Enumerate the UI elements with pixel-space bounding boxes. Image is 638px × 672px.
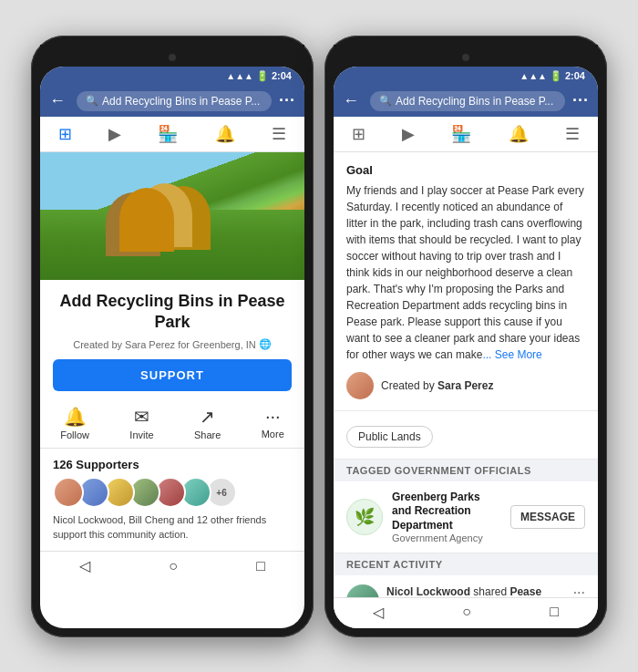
support-button[interactable]: SUPPORT — [53, 359, 292, 391]
time-1: 2:04 — [272, 70, 292, 81]
tab-video-icon[interactable]: ▶ — [108, 124, 121, 144]
message-button[interactable]: MESSAGE — [510, 505, 585, 529]
tab-menu-icon-2[interactable]: ☰ — [565, 124, 580, 144]
activity-avatar — [346, 584, 379, 596]
official-name: Greenberg Parks and Recreation Departmen… — [392, 491, 501, 533]
bottom-back-2[interactable]: ◁ — [373, 604, 384, 621]
search-icon-1: 🔍 — [86, 95, 98, 107]
creator-row: Created by Sara Perez — [346, 372, 585, 399]
action-row: 🔔 Follow ✉ Invite ↗ Share ··· More — [40, 400, 304, 449]
creator-text: Created by Sara Perez — [381, 379, 493, 392]
nav-more-2[interactable]: ··· — [572, 91, 589, 110]
official-type: Government Agency — [392, 532, 501, 543]
time-2: 2:04 — [565, 70, 585, 81]
invite-label: Invite — [129, 429, 153, 440]
bottom-home-2[interactable]: ○ — [462, 604, 471, 620]
bottom-nav-1: ◁ ○ □ — [40, 551, 304, 582]
globe-icon: 🌐 — [259, 338, 272, 350]
tab-home-icon-2[interactable]: ⊞ — [352, 124, 365, 144]
bottom-square-1[interactable]: □ — [256, 558, 265, 574]
petition-created-by: Created by Sara Perez for Greenberg, IN — [73, 339, 256, 350]
search-box-2[interactable]: 🔍 Add Recycling Bins in Pease P... — [370, 91, 565, 111]
share-label: Share — [194, 429, 221, 440]
search-box-1[interactable]: 🔍 Add Recycling Bins in Pease P... — [77, 91, 272, 111]
see-more-link[interactable]: ... See More — [482, 348, 541, 361]
tab-store-icon[interactable]: 🏪 — [158, 124, 178, 144]
goal-title: Goal — [346, 163, 585, 177]
officials-header: Tagged Government Officials — [334, 460, 598, 481]
bottom-back-1[interactable]: ◁ — [79, 557, 90, 574]
tag-public-lands[interactable]: Public Lands — [346, 426, 433, 448]
share-action[interactable]: ↗ Share — [194, 406, 221, 440]
nav-bar-2: ← 🔍 Add Recycling Bins in Pease P... ··· — [334, 86, 598, 117]
search-text-2: Add Recycling Bins in Pease P... — [396, 95, 553, 108]
camera-dot-2 — [462, 54, 469, 61]
status-bar-2: ▲▲▲ 🔋 2:04 — [334, 67, 598, 86]
phone-2: ▲▲▲ 🔋 2:04 ← 🔍 Add Recycling Bins in Pea… — [324, 36, 607, 637]
status-bar-1: ▲▲▲ 🔋 2:04 — [40, 67, 304, 86]
supporters-section: 126 Supporters +6 Nicol Lockwood, Bill C… — [40, 449, 304, 551]
status-right-2: ▲▲▲ 🔋 2:04 — [520, 70, 585, 82]
follow-label: Follow — [60, 429, 89, 440]
nav-more-1[interactable]: ··· — [279, 91, 295, 110]
back-button-1[interactable]: ← — [49, 91, 66, 110]
invite-action[interactable]: ✉ Invite — [129, 406, 153, 440]
nav-bar-1: ← 🔍 Add Recycling Bins in Pease P... ··· — [40, 86, 304, 117]
tag-section: Public Lands — [334, 411, 598, 460]
tab-icons-2: ⊞ ▶ 🏪 🔔 ☰ — [334, 117, 598, 152]
activity-content: Nicol Lockwood shared Pease Park Clean-U… — [386, 584, 566, 596]
bottom-square-2[interactable]: □ — [550, 604, 559, 620]
tab-bell-icon-2[interactable]: 🔔 — [509, 124, 529, 144]
notch-2 — [334, 45, 598, 67]
more-action[interactable]: ··· More — [262, 406, 284, 440]
activity-text: Nicol Lockwood shared Pease Park Clean-U… — [386, 584, 566, 596]
more-icon: ··· — [265, 406, 281, 427]
share-icon: ↗ — [200, 406, 215, 428]
more-label: More — [262, 429, 284, 439]
screen-2: ▲▲▲ 🔋 2:04 ← 🔍 Add Recycling Bins in Pea… — [334, 67, 598, 628]
invite-icon: ✉ — [134, 406, 149, 428]
notch-1 — [40, 45, 304, 67]
avatar-1 — [53, 477, 84, 508]
scroll-content-2[interactable]: Goal My friends and I play soccer at Pea… — [334, 152, 598, 597]
activity-more-icon[interactable]: ··· — [573, 584, 585, 596]
petition-sub: Created by Sara Perez for Greenberg, IN … — [40, 336, 304, 359]
follow-action[interactable]: 🔔 Follow — [60, 406, 89, 440]
supporters-text: Nicol Lockwood, Bill Cheng and 12 other … — [53, 513, 292, 542]
avatar-row: +6 — [53, 477, 292, 508]
tab-bell-icon[interactable]: 🔔 — [215, 124, 235, 144]
petition-title: Add Recycling Bins in Pease Park — [40, 280, 304, 337]
back-button-2[interactable]: ← — [343, 91, 359, 110]
tab-menu-icon[interactable]: ☰ — [272, 124, 286, 144]
search-text-1: Add Recycling Bins in Pease P... — [102, 95, 260, 108]
search-icon-2: 🔍 — [379, 95, 392, 107]
signal-icon-1: ▲▲▲ — [226, 71, 253, 81]
tab-video-icon-2[interactable]: ▶ — [402, 124, 415, 144]
activity-item: Nicol Lockwood shared Pease Park Clean-U… — [334, 575, 598, 596]
phone-1: ▲▲▲ 🔋 2:04 ← 🔍 Add Recycling Bins in Pea… — [31, 36, 314, 637]
bottom-home-1[interactable]: ○ — [169, 558, 178, 574]
goal-section: Goal My friends and I play soccer at Pea… — [334, 152, 598, 411]
official-row: 🌿 Greenberg Parks and Recreation Departm… — [334, 481, 598, 554]
tab-home-icon[interactable]: ⊞ — [58, 124, 72, 144]
official-avatar: 🌿 — [346, 499, 383, 535]
status-right-1: ▲▲▲ 🔋 2:04 — [226, 70, 292, 82]
recent-activity-header: RECENT ACTIVITY — [334, 553, 598, 575]
official-info: Greenberg Parks and Recreation Departmen… — [392, 491, 501, 544]
park-image — [40, 152, 304, 280]
creator-avatar — [346, 372, 374, 399]
signal-icon-2: ▲▲▲ — [520, 71, 547, 81]
supporters-count: 126 Supporters — [53, 458, 292, 471]
battery-icon-1: 🔋 — [256, 70, 269, 82]
goal-text: My friends and I play soccer at Pease Pa… — [346, 182, 585, 363]
bottom-nav-2: ◁ ○ □ — [334, 597, 598, 628]
follow-icon: 🔔 — [64, 406, 87, 428]
camera-dot-1 — [169, 54, 176, 61]
tab-icons-1: ⊞ ▶ 🏪 🔔 ☰ — [40, 117, 304, 152]
screen-1: ▲▲▲ 🔋 2:04 ← 🔍 Add Recycling Bins in Pea… — [40, 67, 304, 628]
phones-container: ▲▲▲ 🔋 2:04 ← 🔍 Add Recycling Bins in Pea… — [31, 36, 607, 637]
tab-store-icon-2[interactable]: 🏪 — [451, 124, 471, 144]
activity-row: Nicol Lockwood shared Pease Park Clean-U… — [346, 584, 585, 596]
battery-icon-2: 🔋 — [550, 70, 562, 82]
